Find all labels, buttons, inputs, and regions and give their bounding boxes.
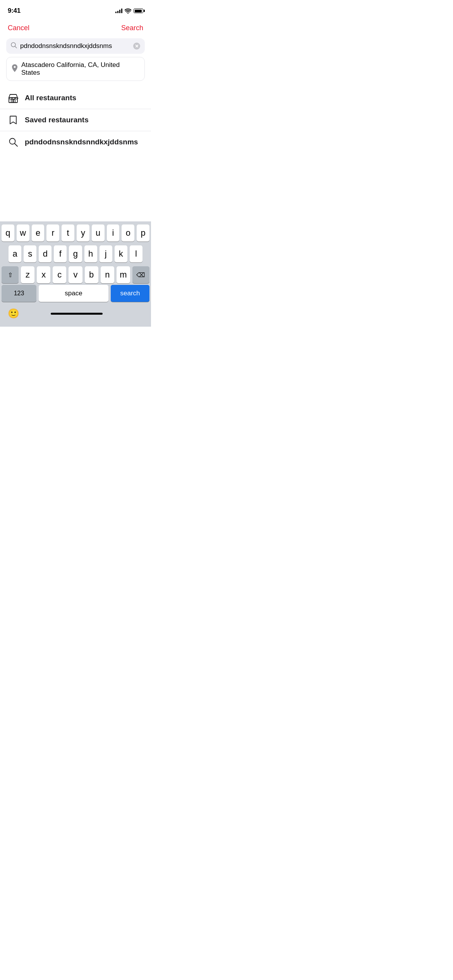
keyboard-row-2: a s d f g h j k l (2, 245, 149, 262)
status-icons (115, 9, 143, 14)
search-input[interactable] (20, 42, 130, 50)
bookmark-icon (8, 115, 19, 125)
store-icon (8, 93, 19, 103)
home-indicator (51, 313, 103, 315)
location-bar[interactable]: Atascadero California, CA, United States (6, 57, 145, 81)
key-r[interactable]: r (46, 224, 59, 242)
key-y[interactable]: y (77, 224, 89, 242)
search-suggestion-item[interactable]: pdndodnsnskndsnndkxjddsnms (0, 131, 151, 153)
search-suggestion-label: pdndodnsnskndsnndkxjddsnms (25, 138, 138, 146)
all-restaurants-item[interactable]: All restaurants (0, 87, 151, 109)
clear-input-button[interactable] (133, 43, 140, 50)
status-time: 9:41 (8, 7, 21, 15)
svg-point-3 (10, 139, 15, 144)
key-k[interactable]: k (115, 245, 127, 262)
saved-restaurants-label: Saved restaurants (25, 116, 89, 124)
top-nav: Cancel Search (0, 19, 151, 38)
search-input-container[interactable] (6, 38, 145, 54)
keyboard-rows: q w e r t y u i o p a s d f g h j k l ⇧ (0, 221, 151, 285)
svg-line-4 (15, 144, 17, 146)
key-m[interactable]: m (117, 266, 130, 283)
delete-key[interactable]: ⌫ (132, 266, 149, 283)
delete-icon: ⌫ (136, 271, 145, 279)
saved-restaurants-item[interactable]: Saved restaurants (0, 109, 151, 131)
key-b[interactable]: b (85, 266, 98, 283)
key-c[interactable]: c (53, 266, 66, 283)
key-e[interactable]: e (32, 224, 45, 242)
key-u[interactable]: u (92, 224, 105, 242)
all-restaurants-label: All restaurants (25, 94, 76, 102)
wifi-icon (125, 9, 131, 14)
search-icon (11, 42, 17, 50)
keyboard-row-1: q w e r t y u i o p (2, 224, 149, 242)
key-l[interactable]: l (130, 245, 142, 262)
key-g[interactable]: g (69, 245, 82, 262)
key-p[interactable]: p (137, 224, 149, 242)
menu-items: All restaurants Saved restaurants pdndod… (0, 87, 151, 153)
keyboard-bottom-row: 123 space search (0, 285, 151, 305)
search-item-icon (8, 137, 19, 147)
cancel-button[interactable]: Cancel (8, 22, 29, 34)
space-key[interactable]: space (39, 285, 108, 302)
keyboard: q w e r t y u i o p a s d f g h j k l ⇧ (0, 221, 151, 327)
emoji-bar: 🙂 (0, 305, 151, 327)
key-h[interactable]: h (84, 245, 97, 262)
numbers-key[interactable]: 123 (2, 285, 36, 302)
svg-rect-2 (9, 98, 17, 103)
keyboard-row-3: ⇧ z x c v b n m ⌫ (2, 266, 149, 283)
key-f[interactable]: f (54, 245, 67, 262)
signal-bars-icon (115, 9, 122, 13)
key-s[interactable]: s (24, 245, 36, 262)
shift-key[interactable]: ⇧ (2, 266, 19, 283)
key-d[interactable]: d (39, 245, 51, 262)
battery-icon (134, 9, 143, 13)
keyboard-search-key[interactable]: search (111, 285, 149, 302)
key-z[interactable]: z (21, 266, 34, 283)
key-x[interactable]: x (37, 266, 50, 283)
location-pin-icon (11, 64, 18, 74)
key-i[interactable]: i (107, 224, 120, 242)
svg-line-1 (15, 46, 17, 48)
shift-icon: ⇧ (8, 271, 13, 279)
key-j[interactable]: j (100, 245, 112, 262)
key-o[interactable]: o (122, 224, 134, 242)
key-v[interactable]: v (69, 266, 82, 283)
key-w[interactable]: w (17, 224, 29, 242)
emoji-icon[interactable]: 🙂 (8, 308, 19, 319)
key-t[interactable]: t (62, 224, 74, 242)
status-bar: 9:41 (0, 0, 151, 19)
key-q[interactable]: q (2, 224, 14, 242)
location-text: Atascadero California, CA, United States (21, 61, 140, 77)
key-n[interactable]: n (101, 266, 114, 283)
search-button[interactable]: Search (121, 22, 143, 34)
key-a[interactable]: a (9, 245, 21, 262)
